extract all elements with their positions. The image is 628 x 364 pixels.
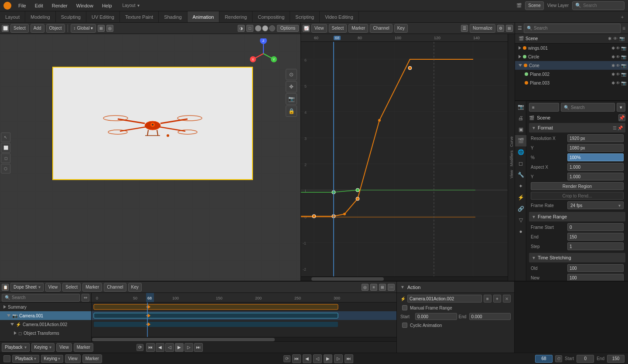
props-view-layer-icon[interactable]: ▣	[515, 124, 526, 135]
tab-compositing[interactable]: Compositing	[253, 11, 290, 22]
menu-help[interactable]: Help	[100, 2, 114, 9]
select-box-tool[interactable]: ⬜	[1, 143, 10, 153]
shading-material-btn[interactable]	[262, 25, 268, 31]
layout-dropdown[interactable]: ▾	[137, 3, 140, 8]
render-region-btn[interactable]: Render Region	[531, 182, 624, 190]
format-pin-icon[interactable]: 📌	[618, 126, 623, 130]
props-output-icon[interactable]: 🖨	[515, 112, 526, 124]
graph-channel-btn[interactable]: Channel	[370, 24, 392, 33]
pb-marker-btn[interactable]: Marker	[74, 343, 93, 352]
status-view-btn[interactable]: View	[65, 354, 81, 363]
dope-keyframe-area[interactable]: △ F_00 △ F_35	[92, 303, 396, 337]
pb-view-btn[interactable]: View	[56, 343, 72, 352]
options-btn[interactable]: Options	[277, 25, 299, 32]
props-material-icon[interactable]: ●	[515, 226, 526, 237]
wing-icon1[interactable]: ✱	[611, 46, 615, 51]
tab-add-btn[interactable]: +	[617, 11, 628, 23]
tab-modeling[interactable]: Modeling	[25, 11, 56, 22]
props-constraints-icon[interactable]: 🔗	[515, 203, 526, 214]
loop-icon[interactable]: ⟳	[137, 344, 143, 351]
action-name-field[interactable]: Camera.001Action.002	[407, 295, 482, 303]
graph-select-btn[interactable]: Select	[329, 24, 347, 33]
dope-filter-icon[interactable]: ≡	[370, 284, 377, 291]
wing-cam-icon[interactable]: 📷	[621, 46, 626, 51]
props-render-icon[interactable]: 📷	[515, 101, 526, 112]
viewport-3d[interactable]: Camera Perspective (68) Collection | Cam…	[0, 34, 300, 281]
res-x-value[interactable]: 1920 px	[567, 134, 624, 142]
keying-dropdown[interactable]: Keying ▾	[31, 343, 55, 352]
tab-scripting[interactable]: Scripting	[290, 11, 320, 22]
props-scene-icon[interactable]: 🎬	[515, 135, 526, 146]
plane002-icon1[interactable]: ✱	[611, 72, 615, 77]
dope-channel-btn[interactable]: Channel	[104, 283, 126, 292]
shading-rendered-btn[interactable]	[269, 25, 275, 31]
select-lasso-tool[interactable]: ⬡	[1, 164, 10, 173]
scene-pin-btn[interactable]: 📌	[618, 114, 625, 121]
dope-item-camera001[interactable]: 📷 Camera.001	[0, 311, 91, 320]
aspect-y-value[interactable]: 1.000	[567, 173, 624, 180]
res-pct-value[interactable]: 100%	[567, 153, 624, 161]
play-btn[interactable]: ▶	[175, 343, 184, 352]
lock-btn[interactable]: 🔒	[286, 105, 297, 117]
global-search-input[interactable]	[583, 3, 621, 8]
circle-eye-icon[interactable]: 👁	[616, 54, 620, 59]
action-browse-btn[interactable]: ≡	[484, 295, 491, 303]
outliner-search-box[interactable]: 🔍 Search	[524, 24, 621, 33]
scene-selector[interactable]: Scene	[525, 1, 543, 10]
props-search-box[interactable]: 🔍 Search	[561, 103, 615, 112]
res-y-value[interactable]: 1080 px	[567, 144, 624, 152]
object-btn[interactable]: Object	[46, 24, 65, 33]
graph-marker-btn[interactable]: Marker	[348, 24, 368, 33]
keying-status-btn[interactable]: Keying ▾	[41, 355, 64, 363]
add-btn[interactable]: Add	[31, 24, 44, 33]
dope-view-btn[interactable]: View	[45, 283, 61, 292]
end-frame-display[interactable]: 150	[607, 355, 625, 363]
shading-solid-btn[interactable]	[255, 25, 261, 31]
outliner-cam-icon[interactable]: 📷	[619, 36, 625, 41]
props-physics-icon[interactable]: ⚡	[515, 192, 526, 203]
menu-file[interactable]: File	[17, 2, 28, 9]
dope-snap-icon[interactable]: ⊞	[379, 284, 386, 291]
dope-select-btn[interactable]: Select	[62, 283, 81, 292]
dope-item-action[interactable]: ⚡ Camera.001Action.002	[0, 320, 91, 329]
dope-item-summary[interactable]: Summary	[0, 303, 91, 311]
jump-end-btn[interactable]: ⏭	[194, 343, 203, 352]
cone-cam-icon[interactable]: 📷	[621, 63, 626, 68]
fs-value[interactable]: 0	[567, 223, 624, 231]
plane003-icon1[interactable]: ✱	[611, 81, 615, 85]
current-frame-display[interactable]: 68	[535, 355, 553, 363]
tab-shading[interactable]: Shading	[159, 11, 187, 22]
props-modifier-icon[interactable]: 🔧	[515, 169, 526, 180]
props-mode-dropdown[interactable]: ≡	[529, 103, 559, 112]
play-back-btn[interactable]: ◁	[165, 343, 174, 352]
frame-range-header[interactable]: ▼ Frame Range	[529, 212, 625, 221]
dope-marker-btn[interactable]: Marker	[82, 283, 102, 292]
outliner-item-plane003[interactable]: Plane.003 ✱ 👁 📷	[515, 78, 628, 87]
wing-eye-icon[interactable]: 👁	[616, 46, 620, 51]
plane003-eye-icon[interactable]: 👁	[616, 81, 620, 85]
format-section-header[interactable]: ▼ Format ☰ 📌	[529, 123, 625, 133]
graph-snap-icon[interactable]: ⊞	[506, 25, 513, 32]
tab-layout[interactable]: Layout	[0, 11, 25, 22]
dope-search-opts[interactable]: ⇔	[82, 294, 89, 302]
graph-filter-icon[interactable]: ☰	[461, 25, 468, 32]
outliner-item-plane002[interactable]: Plane.002 ✱ 👁 📷	[515, 70, 628, 78]
action-unlink-btn[interactable]: ✕	[503, 295, 511, 303]
fe-value[interactable]: 150	[567, 233, 624, 241]
plane002-cam-icon[interactable]: 📷	[621, 72, 626, 77]
status-play[interactable]: ▶	[324, 354, 332, 363]
status-marker-btn[interactable]: Marker	[82, 354, 102, 363]
circle-cam-icon[interactable]: 📷	[621, 54, 626, 59]
dope-onion-icon[interactable]: ◎	[362, 284, 369, 291]
action-start-value[interactable]: 0.000	[415, 313, 457, 320]
aspect-x-value[interactable]: 1.000	[567, 163, 624, 171]
zoom-to-fit-btn[interactable]: ⊙	[286, 69, 297, 80]
dope-search-box[interactable]: 🔍 Search	[2, 294, 80, 302]
step-fwd-btn[interactable]: ▷	[184, 343, 193, 352]
outliner-eye-icon[interactable]: 👁	[613, 36, 618, 41]
outliner-filter-btn[interactable]: ≡	[622, 25, 625, 31]
step-back-btn[interactable]: ◀	[156, 343, 164, 352]
cone-icon1[interactable]: ✱	[611, 63, 615, 68]
graph-scrollbar[interactable]	[301, 276, 508, 281]
global-search-box[interactable]: 🔍	[572, 1, 625, 10]
